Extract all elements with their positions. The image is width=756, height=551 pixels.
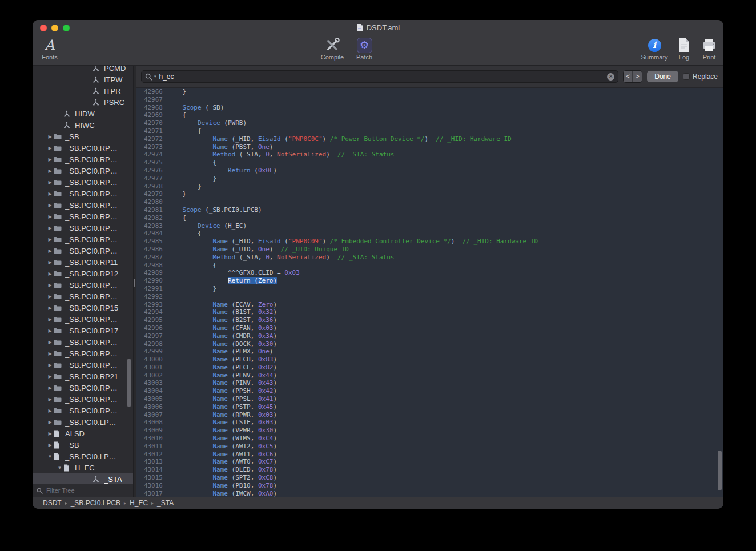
code-line[interactable]: 42999 Name (PLMX, One)	[136, 348, 723, 356]
code-line[interactable]: 43014 Name (DLED, 0x78)	[136, 466, 723, 474]
code-line[interactable]: 43007 Name (RPWR, 0x03)	[136, 411, 723, 419]
disclosure-right-icon[interactable]: ▶	[46, 294, 54, 299]
code-line[interactable]: 43003 Name (PINV, 0x43)	[136, 379, 723, 387]
disclosure-right-icon[interactable]: ▶	[46, 146, 54, 151]
tree-item-_SB-PCI0-RP-[interactable]: ▶_SB.PCI0.RP…	[33, 291, 133, 302]
find-query-input[interactable]	[158, 72, 606, 81]
tree-item-_SB-PCI0-RP-[interactable]: ▶_SB.PCI0.RP…	[33, 211, 133, 222]
code-line[interactable]: 43011 Name (AWT2, 0xC5)	[136, 443, 723, 451]
code-line[interactable]: 42978 }	[136, 183, 723, 191]
tree-item-_SB-PCI0-RP-[interactable]: ▶_SB.PCI0.RP…	[33, 199, 133, 211]
disclosure-right-icon[interactable]: ▶	[46, 214, 54, 219]
code-line[interactable]: 42995 Name (B2ST, 0x36)	[136, 316, 723, 324]
code-line[interactable]: 43009 Name (VPWR, 0x30)	[136, 427, 723, 435]
disclosure-right-icon[interactable]: ▶	[46, 180, 54, 185]
splitter-handle-icon[interactable]	[134, 279, 135, 287]
code-line[interactable]: 42976 Return (0x0F)	[136, 167, 723, 175]
disclosure-right-icon[interactable]: ▶	[46, 385, 54, 391]
disclosure-right-icon[interactable]: ▶	[46, 431, 54, 436]
disclosure-right-icon[interactable]: ▶	[46, 271, 54, 276]
disclosure-right-icon[interactable]: ▶	[46, 351, 54, 356]
code-line[interactable]: 42996 Name (CFAN, 0x03)	[136, 324, 723, 332]
code-line[interactable]: 42967	[136, 96, 723, 104]
disclosure-right-icon[interactable]: ▶	[46, 317, 54, 322]
disclosure-right-icon[interactable]: ▶	[46, 226, 54, 231]
sidebar-scrollbar[interactable]	[127, 359, 131, 407]
code-line[interactable]: 42985 Name (_HID, EisaId ("PNP0C09") /* …	[136, 238, 723, 246]
tree-item-_SB-PCI0-RP-[interactable]: ▶_SB.PCI0.RP…	[33, 154, 133, 165]
breadcrumb-item[interactable]: _STA	[157, 499, 174, 507]
breadcrumb-item[interactable]: DSDT	[43, 499, 62, 507]
disclosure-right-icon[interactable]: ▶	[46, 248, 54, 254]
tree-item-_SB-PCI0-RP17[interactable]: ▶_SB.PCI0.RP17	[33, 325, 133, 336]
breadcrumb-item[interactable]: H_EC	[130, 499, 148, 507]
code-line[interactable]: 42990 Return (Zero)	[136, 277, 723, 285]
summary-button[interactable]: i Summary	[640, 37, 669, 61]
code-line[interactable]: 42968 Scope (_SB)	[136, 104, 723, 112]
compile-button[interactable]: Compile	[318, 37, 347, 61]
tree-item-HIDW[interactable]: HIDW	[33, 108, 133, 119]
disclosure-right-icon[interactable]: ▶	[46, 408, 54, 413]
tree-item-_SB-PCI0-RP-[interactable]: ▶_SB.PCI0.RP…	[33, 234, 133, 245]
tree-item-ALSD[interactable]: ▶ALSD	[33, 428, 133, 439]
done-button[interactable]: Done	[647, 71, 678, 82]
code-line[interactable]: 43005 Name (PPSL, 0x41)	[136, 395, 723, 403]
disclosure-right-icon[interactable]: ▶	[46, 283, 54, 288]
disclosure-right-icon[interactable]: ▶	[46, 363, 54, 368]
tree-item-_SB-PCI0-RP-[interactable]: ▶_SB.PCI0.RP…	[33, 142, 133, 154]
disclosure-right-icon[interactable]: ▶	[46, 397, 54, 402]
disclosure-right-icon[interactable]: ▶	[46, 443, 54, 448]
code-line[interactable]: 42983 Device (H_EC)	[136, 222, 723, 230]
code-line[interactable]: 43017 Name (IWCW, 0xA0)	[136, 490, 723, 497]
titlebar[interactable]: DSDT.aml	[33, 20, 723, 35]
code-line[interactable]: 42982 {	[136, 214, 723, 222]
code-line[interactable]: 42975 {	[136, 159, 723, 167]
tree-item-_SB-PCI0-RP-[interactable]: ▶_SB.PCI0.RP…	[33, 245, 133, 256]
code-line[interactable]: 42997 Name (CMDR, 0x3A)	[136, 332, 723, 340]
replace-checkbox[interactable]	[683, 73, 690, 80]
code-line[interactable]: 42988 {	[136, 262, 723, 270]
code-line[interactable]: 42970 Device (PWRB)	[136, 119, 723, 127]
disclosure-right-icon[interactable]: ▶	[46, 305, 54, 311]
replace-toggle[interactable]: Replace	[683, 73, 719, 81]
tree-item-_SB-PCI0-RP-[interactable]: ▶_SB.PCI0.RP…	[33, 313, 133, 325]
tree-item-_SB-PCI0-RP-[interactable]: ▶_SB.PCI0.RP…	[33, 188, 133, 199]
code-line[interactable]: 42974 Method (_STA, 0, NotSerialized) //…	[136, 151, 723, 159]
disclosure-right-icon[interactable]: ▶	[46, 420, 54, 425]
print-button[interactable]: Print	[699, 37, 719, 61]
tree-item-ITPW[interactable]: ITPW	[33, 74, 133, 85]
code-line[interactable]: 42998 Name (DOCK, 0x30)	[136, 340, 723, 348]
code-line[interactable]: 43002 Name (PENV, 0x44)	[136, 372, 723, 380]
tree-item-HIWC[interactable]: HIWC	[33, 119, 133, 131]
tree-item-_SB-PCI0-RP-[interactable]: ▶_SB.PCI0.RP…	[33, 336, 133, 348]
code-line[interactable]: 42977 }	[136, 175, 723, 183]
clear-search-icon[interactable]: ✕	[607, 73, 614, 81]
tree-item-PSRC[interactable]: PSRC	[33, 96, 133, 108]
tree-item-_SB-PCI0-RP12[interactable]: ▶_SB.PCI0.RP12	[33, 268, 133, 279]
tree-item-_SB-PCI0-RP-[interactable]: ▶_SB.PCI0.RP…	[33, 359, 133, 371]
disclosure-right-icon[interactable]: ▶	[46, 203, 54, 208]
find-previous-button[interactable]: <	[624, 71, 633, 82]
disclosure-down-icon[interactable]: ▼	[46, 454, 54, 459]
code-line[interactable]: 42989 ^^^GFX0.CLID = 0x03	[136, 269, 723, 277]
tree-item-PCMD[interactable]: PCMD	[33, 66, 133, 74]
disclosure-right-icon[interactable]: ▶	[46, 328, 54, 333]
code-line[interactable]: 42981 Scope (_SB.PCI0.LPCB)	[136, 206, 723, 214]
tree-item-_SB-PCI0-RP-[interactable]: ▶_SB.PCI0.RP…	[33, 176, 133, 188]
code-line[interactable]: 42984 {	[136, 230, 723, 238]
tree-item-_SB-PCI0-RP-[interactable]: ▶_SB.PCI0.RP…	[33, 393, 133, 405]
tree-item-H_EC[interactable]: ▼H_EC	[33, 462, 133, 473]
code-line[interactable]: 42987 Method (_STA, 0, NotSerialized) //…	[136, 254, 723, 262]
code-line[interactable]: 43000 Name (PECH, 0x83)	[136, 356, 723, 364]
disclosure-down-icon[interactable]: ▼	[56, 465, 63, 470]
code-line[interactable]: 42973 Name (PBST, One)	[136, 143, 723, 151]
tree-item-_SB-PCI0-LP-[interactable]: ▼_SB.PCI0.LP…	[33, 451, 133, 462]
fonts-button[interactable]: A Fonts	[35, 37, 65, 61]
tree-item-_SB-PCI0-RP-[interactable]: ▶_SB.PCI0.RP…	[33, 382, 133, 393]
find-search-field[interactable]: ▾ ✕	[141, 70, 618, 83]
editor-scrollbar[interactable]	[718, 451, 722, 490]
patch-button[interactable]: ⚙ Patch	[350, 37, 379, 61]
tree-item-_SB-PCI0-LP-[interactable]: ▶_SB.PCI0.LP…	[33, 416, 133, 428]
code-line[interactable]: 42971 {	[136, 127, 723, 135]
code-line[interactable]: 42986 Name (_UID, One) // _UID: Unique I…	[136, 246, 723, 254]
